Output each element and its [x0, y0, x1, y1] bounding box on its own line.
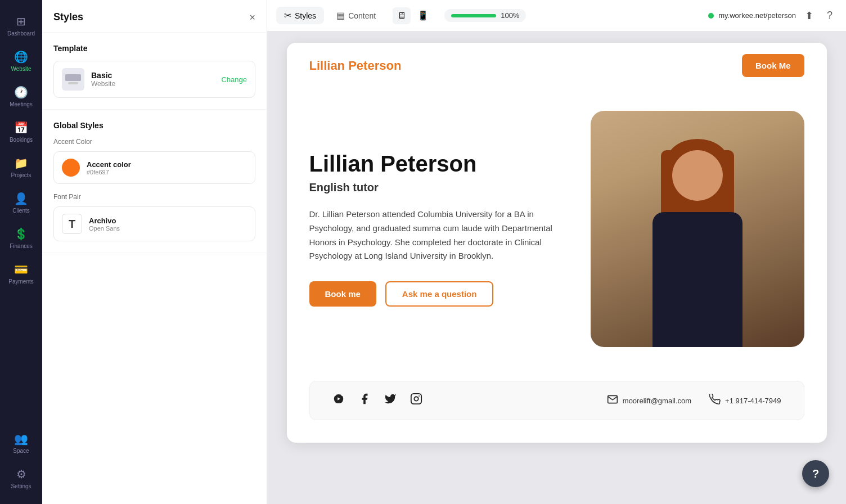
hero-buttons: Book me Ask me a question [309, 281, 568, 307]
tab-content[interactable]: ▤ Content [328, 7, 384, 24]
book-me-header-button[interactable]: Book Me [742, 54, 804, 77]
sidebar-label-website: Website [11, 66, 32, 72]
styles-panel-header: Styles × [42, 0, 267, 33]
twitter-icon[interactable] [384, 393, 397, 408]
hero-text: Lillian Peterson English tutor Dr. Lilli… [309, 151, 568, 307]
url-status-dot [708, 13, 714, 19]
site-name: Lillian Peterson [309, 58, 402, 73]
help-topbar-button[interactable]: ? [822, 7, 837, 24]
sidebar-label-clients: Clients [12, 208, 30, 214]
email-address: moorelift@gmail.com [623, 397, 691, 405]
book-me-hero-button[interactable]: Book me [309, 281, 376, 307]
sidebar-label-payments: Payments [8, 278, 33, 285]
finances-icon: 💲 [14, 227, 28, 241]
font-t-icon: T [62, 214, 82, 234]
styles-tab-icon: ✂ [284, 10, 291, 21]
content-tab-icon: ▤ [336, 10, 345, 21]
url-area: my.workee.net/peterson [708, 11, 796, 20]
template-section: Template Basic Website Change [42, 33, 267, 110]
thumb-img [65, 74, 81, 81]
zoom-label: 100% [501, 11, 519, 20]
sidebar-item-dashboard[interactable]: ⊞ Dashboard [2, 9, 40, 42]
sidebar-item-projects[interactable]: 📁 Projects [2, 151, 40, 184]
email-icon [607, 394, 618, 408]
preview-area: Lillian Peterson Book Me Lillian Peterso… [267, 32, 846, 504]
facebook-icon[interactable] [358, 393, 371, 408]
sidebar-item-space[interactable]: 👥 Space [2, 426, 40, 460]
dashboard-icon: ⊞ [16, 15, 26, 28]
styles-panel-title: Styles [53, 11, 83, 23]
site-header: Lillian Peterson Book Me [287, 43, 827, 88]
device-icons: 🖥 📱 [393, 7, 433, 24]
url-text: my.workee.net/peterson [718, 11, 796, 20]
svg-rect-0 [411, 394, 421, 404]
sidebar-nav: ⊞ Dashboard 🌐 Website 🕐 Meetings 📅 Booki… [0, 0, 42, 504]
accent-color-label: Accent Color [53, 138, 255, 146]
sidebar-item-payments[interactable]: 💳 Payments [2, 257, 40, 290]
instagram-icon[interactable] [410, 393, 422, 408]
help-button[interactable]: ? [802, 460, 829, 487]
template-thumbnail [62, 68, 84, 91]
global-styles-section: Global Styles Accent Color Accent color … [42, 110, 267, 253]
person-shape [624, 133, 771, 347]
font-sub: Open Sans [89, 225, 120, 232]
sidebar-item-settings[interactable]: ⚙ Settings [2, 462, 40, 495]
site-hero: Lillian Peterson English tutor Dr. Lilli… [287, 88, 827, 381]
desktop-device-button[interactable]: 🖥 [393, 7, 411, 24]
tab-styles[interactable]: ✂ Styles [276, 7, 324, 24]
template-card[interactable]: Basic Website Change [53, 61, 255, 98]
phone-number: +1 917-414-7949 [725, 397, 781, 405]
font-name: Archivo [89, 217, 120, 225]
template-section-title: Template [53, 44, 255, 53]
phone-icon [709, 394, 721, 408]
contact-info: moorelift@gmail.com +1 917-414-7949 [607, 394, 781, 408]
styles-panel: Styles × Template Basic Website Change G… [42, 0, 267, 504]
youtube-icon[interactable] [332, 393, 345, 408]
template-name: Basic [91, 71, 115, 80]
email-contact: moorelift@gmail.com [607, 394, 691, 408]
font-card[interactable]: T Archivo Open Sans [53, 206, 255, 241]
accent-card[interactable]: Accent color #0fe697 [53, 151, 255, 184]
payments-icon: 💳 [14, 263, 28, 276]
sidebar-item-clients[interactable]: 👤 Clients [2, 186, 40, 219]
sidebar-item-bookings[interactable]: 📅 Bookings [2, 115, 40, 148]
space-icon: 👥 [14, 432, 28, 446]
accent-info: Accent color #0fe697 [87, 160, 131, 176]
sidebar-label-space: Space [13, 448, 29, 454]
close-button[interactable]: × [249, 12, 255, 22]
hero-photo [591, 111, 804, 347]
sidebar-item-website[interactable]: 🌐 Website [2, 44, 40, 78]
bookings-icon: 📅 [14, 121, 28, 134]
website-preview: Lillian Peterson Book Me Lillian Peterso… [287, 43, 827, 443]
projects-icon: 📁 [14, 156, 28, 170]
zoom-bar: 100% [444, 9, 526, 22]
template-card-left: Basic Website [62, 68, 115, 91]
sidebar-item-finances[interactable]: 💲 Finances [2, 222, 40, 255]
font-pair-label: Font Pair [53, 193, 255, 201]
accent-color-circle [62, 159, 80, 177]
ask-question-button[interactable]: Ask me a question [385, 281, 494, 307]
template-sub: Website [91, 80, 115, 88]
content-tab-label: Content [348, 11, 376, 20]
sidebar-label-settings: Settings [11, 483, 31, 489]
hero-bio: Dr. Lillian Peterson attended Columbia U… [309, 208, 568, 263]
accent-color-hex: #0fe697 [87, 169, 131, 176]
share-button[interactable]: ⬆ [800, 7, 818, 24]
sidebar-label-finances: Finances [10, 243, 33, 249]
sidebar-item-meetings[interactable]: 🕐 Meetings [2, 80, 40, 113]
mobile-device-button[interactable]: 📱 [413, 7, 433, 24]
accent-color-name: Accent color [87, 160, 131, 169]
settings-icon: ⚙ [16, 467, 26, 481]
hero-name: Lillian Peterson [309, 151, 568, 177]
global-styles-title: Global Styles [53, 121, 255, 130]
topbar: ✂ Styles ▤ Content 🖥 📱 100% my.workee.ne… [267, 0, 846, 32]
phone-contact: +1 917-414-7949 [709, 394, 781, 408]
website-icon: 🌐 [14, 50, 28, 64]
change-template-button[interactable]: Change [221, 75, 247, 84]
styles-tab-label: Styles [295, 11, 316, 20]
main-area: ✂ Styles ▤ Content 🖥 📱 100% my.workee.ne… [267, 0, 846, 504]
zoom-progress-bar [451, 14, 496, 17]
meetings-icon: 🕐 [14, 86, 28, 99]
clients-icon: 👤 [14, 192, 28, 205]
sidebar-label-meetings: Meetings [10, 101, 33, 107]
